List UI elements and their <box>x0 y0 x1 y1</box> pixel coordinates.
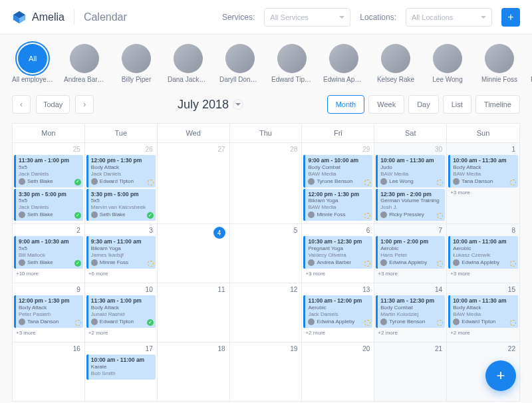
calendar-cell[interactable]: 1510:00 am - 11:30 amBody AttackBAW Medi… <box>447 283 519 342</box>
calendar-event[interactable]: 11:00 am - 12:00 pmAerobicJack DanielsEd… <box>303 295 372 328</box>
check-icon: ✓ <box>147 319 154 326</box>
calendar-cell[interactable]: 1011:30 am - 1:00 pmBody AttackJunaid Ra… <box>85 283 158 342</box>
fab-add-button[interactable]: + <box>485 360 516 391</box>
assignee-name: Edward Tipton <box>462 319 495 325</box>
calendar-cell[interactable]: 39:30 am - 11:00 amBikram YogaJames Ikad… <box>85 224 158 283</box>
calendar-cell[interactable]: 5 <box>230 224 303 283</box>
calendar-event[interactable]: 11:30 am - 1:00 pmBody AttackJunaid Rash… <box>86 295 156 328</box>
event-assignee: Edwina Appleby <box>453 259 515 266</box>
event-customer: Jack Daniels <box>19 171 80 178</box>
employee-filter[interactable]: Edwina Appl… <box>323 44 364 83</box>
calendar-cell[interactable]: 16 <box>13 342 85 401</box>
calendar-cell[interactable]: 912:00 pm - 1:30 pmBody AttackPeter Pasi… <box>13 283 85 342</box>
calendar-event[interactable]: 10:00 am - 11:30 amJudoBAW MediaLee Wong <box>376 155 445 188</box>
calendar-cell[interactable]: 71:00 pm - 2:00 pmAerobicHans PeterEdwin… <box>374 224 447 283</box>
prev-button[interactable]: ‹ <box>12 95 31 114</box>
event-customer: BAW Media <box>453 171 515 178</box>
employee-filter[interactable]: Andrea Barber <box>64 44 105 83</box>
more-events-link[interactable]: +3 more <box>14 329 83 336</box>
employee-filter[interactable]: Billy Piper <box>116 44 157 83</box>
event-customer: Bill Mallock <box>19 252 80 259</box>
assignee-avatar <box>19 259 25 266</box>
employee-filter[interactable]: Edward Tipton <box>271 44 313 83</box>
calendar-event[interactable]: 12:00 pm - 1:30 pmBody AttackJack Daniel… <box>86 155 156 188</box>
calendar-event[interactable]: 11:30 am - 1:00 pm5x5Jack DanielsSeth Bl… <box>14 155 83 188</box>
weekday-header: Sat <box>374 124 447 142</box>
add-button[interactable]: + <box>501 8 520 27</box>
calendar-cell[interactable]: 610:30 am - 12:30 pmPregnant YogaValdecy… <box>302 224 374 283</box>
more-events-link[interactable]: +10 more <box>14 270 83 277</box>
assignee-name: Edwina Appleby <box>462 259 499 266</box>
calendar-event[interactable]: 11:30 am - 12:30 pmBody CombatMartin Kol… <box>376 295 445 328</box>
calendar-event[interactable]: 9:30 am - 11:00 amBikram YogaJames Ikads… <box>86 236 156 269</box>
calendar-cell[interactable]: 299:00 am - 10:00 amBody CombatBAW Media… <box>302 143 374 223</box>
calendar-event[interactable]: 10:00 am - 11:30 amBody AttackBAW MediaE… <box>448 295 518 328</box>
calendar-event[interactable]: 9:00 am - 10:00 amBody CombatBAW MediaTy… <box>303 155 372 188</box>
calendar-event[interactable]: 3:30 pm - 5:00 pm5x5Jack DanielsSeth Bla… <box>14 189 83 221</box>
event-customer: Josh J. <box>380 204 442 211</box>
calendar-event[interactable]: 12:30 pm - 2:00 pmGerman Volume Training… <box>376 189 445 221</box>
calendar-cell[interactable]: 19 <box>230 342 303 401</box>
calendar-cell[interactable]: 28 <box>230 143 303 223</box>
employee-filter[interactable]: Kelsey Rake <box>375 44 416 83</box>
day-number: 17 <box>86 344 156 354</box>
employee-filter[interactable]: Daryll Donov… <box>219 44 261 83</box>
calendar-event[interactable]: 9:00 am - 10:30 am5x5Bill MallockSeth Bl… <box>14 236 83 269</box>
view-list[interactable]: List <box>443 95 471 114</box>
calendar-event[interactable]: 3:30 pm - 5:00 pm5x5Marvin van Kalcvsbee… <box>86 189 156 221</box>
calendar-cell[interactable]: 27 <box>158 143 230 223</box>
calendar-cell[interactable]: 2612:00 pm - 1:30 pmBody AttackJack Dani… <box>85 143 158 223</box>
calendar-event[interactable]: 1:00 pm - 2:00 pmAerobicHans PeterEdwina… <box>376 236 445 269</box>
event-title: 5x5 <box>19 198 80 204</box>
more-events-link[interactable]: +3 more <box>303 270 372 277</box>
calendar-cell[interactable]: 1710:00 am - 11:00 amKarateBob Smith <box>85 342 158 401</box>
calendar-event[interactable]: 10:00 am - 11:30 amBody AttackBAW MediaT… <box>448 155 518 188</box>
pending-icon <box>437 320 443 326</box>
more-events-link[interactable]: +3 more <box>448 189 518 196</box>
calendar-cell[interactable]: 21 <box>374 342 447 401</box>
calendar-cell[interactable]: 810:00 am - 11:00 amAerobicŁukasz Czerwi… <box>447 224 519 283</box>
calendar-cell[interactable]: 29:00 am - 10:30 am5x5Bill MallockSeth B… <box>13 224 85 283</box>
calendar-event[interactable]: 12:00 pm - 1:30 pmBikram YogaBAW MediaMi… <box>303 189 372 221</box>
locations-select[interactable]: All Locations <box>406 8 492 27</box>
more-events-link[interactable]: +6 more <box>86 270 156 277</box>
calendar-event[interactable]: 10:00 am - 11:00 amAerobicŁukasz Czerwik… <box>448 236 518 269</box>
title-dropdown[interactable] <box>233 99 243 110</box>
calendar-cell[interactable]: 110:00 am - 11:30 amBody AttackBAW Media… <box>447 143 519 223</box>
next-button[interactable]: › <box>75 95 94 114</box>
calendar-cell[interactable]: 4 <box>158 224 230 283</box>
calendar-cell[interactable]: 3010:00 am - 11:30 amJudoBAW MediaLee Wo… <box>374 143 447 223</box>
calendar-cell[interactable]: 11 <box>158 283 230 342</box>
view-month[interactable]: Month <box>327 95 365 114</box>
event-assignee: Andrea Barber <box>308 259 370 266</box>
view-week[interactable]: Week <box>368 95 404 114</box>
services-select[interactable]: All Services <box>264 8 350 27</box>
assignee-name: Seth Blake <box>27 178 53 185</box>
employee-filter[interactable]: Minnie Foss <box>479 44 520 83</box>
employee-filter[interactable]: Dana Jackson <box>168 44 209 83</box>
today-button[interactable]: Today <box>36 95 70 114</box>
event-customer: BAW Media <box>453 311 515 318</box>
more-events-link[interactable]: +2 more <box>376 329 445 336</box>
calendar-controls: ‹ Today › July 2018 MonthWeekDayListTime… <box>0 88 532 120</box>
view-timeline[interactable]: Timeline <box>475 95 520 114</box>
view-day[interactable]: Day <box>408 95 439 114</box>
employee-filter[interactable]: Lee Wong <box>427 44 468 83</box>
calendar-event[interactable]: 10:30 am - 12:30 pmPregnant YogaValdecy … <box>303 236 372 269</box>
more-events-link[interactable]: +3 more <box>376 270 445 277</box>
calendar-cell[interactable]: 18 <box>158 342 230 401</box>
calendar-cell[interactable]: 2511:30 am - 1:00 pm5x5Jack DanielsSeth … <box>13 143 85 223</box>
calendar-cell[interactable]: 1311:00 am - 12:00 pmAerobicJack Daniels… <box>302 283 374 342</box>
calendar-event[interactable]: 10:00 am - 11:00 amKarateBob Smith <box>86 354 156 380</box>
calendar-event[interactable]: 12:00 pm - 1:30 pmBody AttackPeter Pasie… <box>14 295 83 328</box>
more-events-link[interactable]: +3 more <box>448 270 518 277</box>
more-events-link[interactable]: +2 more <box>448 329 518 336</box>
calendar-cell[interactable]: 12 <box>230 283 303 342</box>
calendar-cell[interactable]: 20 <box>302 342 374 401</box>
more-events-link[interactable]: +2 more <box>303 329 372 336</box>
more-events-link[interactable]: +2 more <box>86 329 156 336</box>
weekday-header: Fri <box>302 124 374 142</box>
employee-filter[interactable]: AllAll employees <box>12 44 53 83</box>
calendar-cell[interactable]: 1411:30 am - 12:30 pmBody CombatMartin K… <box>374 283 447 342</box>
assignee-avatar <box>380 319 387 325</box>
